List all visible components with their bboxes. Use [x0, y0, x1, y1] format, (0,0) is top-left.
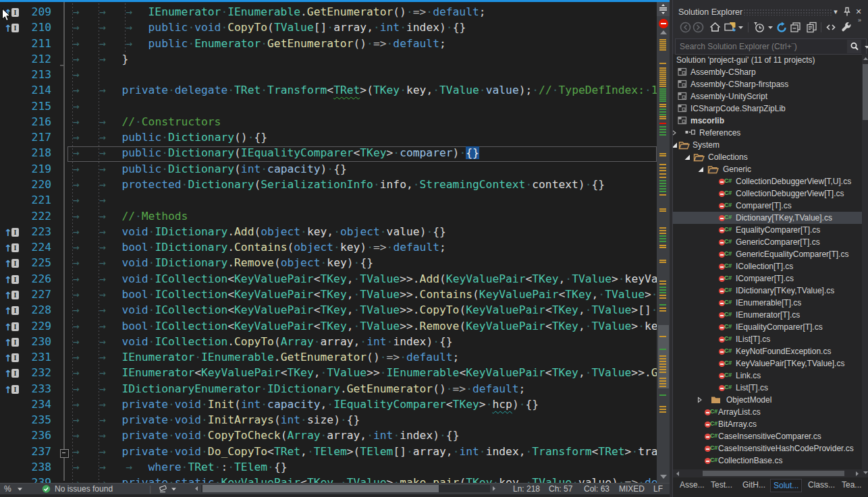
tree-item-mscorlib[interactable]: mscorlib	[673, 115, 862, 127]
tree-item-link-cs[interactable]: C#Link.cs	[673, 370, 862, 382]
code-line-220[interactable]: →→protected·Dictionary(SerializationInfo…	[67, 178, 605, 194]
tree-vertical-scrollbar[interactable]	[862, 54, 868, 477]
tree-item-references[interactable]: References	[673, 127, 862, 139]
code-line-215[interactable]: →	[67, 100, 95, 115]
tree-item-system[interactable]: System	[673, 139, 862, 151]
tree-item-equalitycomparer-t-cs[interactable]: C#EqualityComparer[T].cs	[673, 224, 862, 236]
code-line-221[interactable]: →→	[67, 194, 121, 209]
view-code-icon[interactable]	[825, 22, 837, 33]
tool-tab-tea[interactable]: Tea...	[839, 479, 864, 491]
code-line-222[interactable]: →→//·Methods	[67, 210, 188, 225]
tree-item-keyvaluepair-tkey-tvalue-cs[interactable]: C#KeyValuePair[TKey,TValue].cs	[673, 357, 862, 370]
tool-tab-asse[interactable]: Asse...	[677, 479, 707, 491]
tree-horizontal-scrollbar[interactable]	[673, 469, 862, 477]
scroll-down-arrow-icon[interactable]	[863, 470, 868, 475]
splitter-grip-icon[interactable]	[657, 2, 670, 16]
highlight-dropdown-icon[interactable]	[171, 484, 177, 494]
home-icon[interactable]	[709, 22, 721, 33]
code-line-230[interactable]: →→void·ICollection.CopyTo(Array·array,·i…	[67, 335, 453, 351]
tool-tab-solut[interactable]: Solut...	[770, 479, 802, 492]
code-line-228[interactable]: →→void·ICollection<KeyValuePair<TKey,·TV…	[67, 303, 657, 319]
code-line-219[interactable]: →→public·Dictionary(int·capacity)·{}	[67, 163, 347, 178]
tree-item-comparer-t-cs[interactable]: C#Comparer[T].cs	[673, 200, 862, 212]
code-viewport[interactable]: →→→IEnumerator·IEnumerable.GetEnumerator…	[67, 0, 657, 483]
tree-item-genericcomparer-t-cs[interactable]: C#GenericComparer[T].cs	[673, 236, 862, 248]
code-line-235[interactable]: →→private·void·InitArrays(int·size)·{}	[67, 413, 360, 429]
tree-item-bitarray-cs[interactable]: C#BitArray.cs	[673, 418, 862, 430]
pending-changes-filter-dropdown-icon[interactable]	[768, 26, 773, 30]
code-line-212[interactable]: →→}	[67, 53, 128, 68]
code-line-210[interactable]: →→→public·void·CopyTo(TValue[]·array,·in…	[67, 21, 466, 36]
search-box[interactable]: Search Solution Explorer (Ctrl+¨)	[675, 38, 867, 55]
tree-item-objectmodel[interactable]: ObjectModel	[673, 394, 862, 406]
scrollbar-thumb[interactable]	[202, 485, 439, 492]
code-line-231[interactable]: →→IEnumerator·IEnumerable.GetEnumerator(…	[67, 351, 459, 366]
refresh-icon[interactable]	[776, 22, 788, 34]
hscroll-left-arrow-icon[interactable]	[194, 484, 198, 493]
code-line-211[interactable]: →→→public·Enumerator·GetEnumerator()·=>·…	[67, 37, 446, 53]
code-line-218[interactable]: →→public·Dictionary(IEqualityComparer<TK…	[67, 146, 479, 162]
pin-icon[interactable]	[842, 5, 852, 18]
tree-item-assembly-unityscript[interactable]: Assembly-UnityScript	[673, 90, 862, 103]
editor-horizontal-scrollbar[interactable]	[201, 485, 490, 492]
scroll-left-arrow-icon[interactable]	[675, 471, 680, 477]
tree-item-icsharpcode-sharpziplib[interactable]: ICSharpCode.SharpZipLib	[673, 103, 862, 115]
tree-item-collectionbase-cs[interactable]: C#CollectionBase.cs	[673, 455, 862, 467]
hscroll-right-arrow-icon[interactable]	[492, 484, 496, 493]
highlight-tool-icon[interactable]	[158, 484, 169, 494]
switch-views-dropdown-icon[interactable]	[738, 26, 743, 30]
code-line-223[interactable]: →→void·IDictionary.Add(object·key,·objec…	[67, 225, 446, 241]
tree-item-ienumerable-t-cs[interactable]: C#IEnumerable[T].cs	[673, 297, 862, 309]
tree-item-dictionary-tkey-tvalue-cs[interactable]: C#Dictionary[TKey,TValue].cs	[673, 212, 862, 224]
zoom-dropdown-icon[interactable]	[18, 484, 23, 494]
tree-item-collectiondebuggerview-t-u-cs[interactable]: C#CollectionDebuggerView[T,U].cs	[673, 175, 862, 187]
code-line-213[interactable]: →	[67, 68, 95, 84]
outlining-margin[interactable]	[59, 0, 67, 483]
code-line-224[interactable]: →→bool·IDictionary.Contains(object·key)·…	[67, 241, 446, 256]
tree-item-collectiondebuggerview-t-cs[interactable]: C#CollectionDebuggerView[T].cs	[673, 187, 862, 200]
scroll-right-arrow-icon[interactable]	[855, 471, 860, 477]
tree-item-icomparer-t-cs[interactable]: C#IComparer[T].cs	[673, 272, 862, 285]
tree-item-ilist-t-cs[interactable]: C#IList[T].cs	[673, 333, 862, 345]
tree-item-keynotfoundexception-cs[interactable]: C#KeyNotFoundException.cs	[673, 345, 862, 357]
code-line-217[interactable]: →→public·Dictionary()·{}	[67, 131, 267, 146]
tree-item-arraylist-cs[interactable]: C#ArrayList.cs	[673, 406, 862, 418]
code-line-226[interactable]: →→void·ICollection<KeyValuePair<TKey,·TV…	[67, 272, 657, 288]
code-line-214[interactable]: →→private·delegate·TRet·Transform<TRet>(…	[67, 84, 657, 99]
window-position-menu-icon[interactable]: ▾	[831, 5, 840, 18]
pending-changes-filter-icon[interactable]	[753, 22, 765, 33]
code-line-236[interactable]: →→private·void·CopyToCheck(Array·array,·…	[67, 429, 459, 444]
scroll-down-arrow-icon[interactable]	[660, 475, 667, 479]
tool-tab-gith[interactable]: GitH...	[740, 479, 768, 491]
search-button[interactable]	[847, 40, 861, 53]
toolbar-overflow-icon[interactable]: »	[858, 17, 861, 24]
code-line-229[interactable]: →→bool·ICollection<KeyValuePair<TKey,·TV…	[67, 320, 657, 335]
scroll-up-arrow-icon[interactable]	[863, 56, 868, 61]
tree-item-list-t-cs[interactable]: C#List[T].cs	[673, 382, 862, 394]
properties-icon[interactable]	[840, 22, 852, 34]
tree-item-idictionary-tkey-tvalue-cs[interactable]: C#IDictionary[TKey,TValue].cs	[673, 285, 862, 297]
code-line-227[interactable]: →→bool·ICollection<KeyValuePair<TKey,·TV…	[67, 288, 657, 303]
tree-item-assembly-csharp-firstpass[interactable]: Assembly-CSharp-firstpass	[673, 78, 862, 90]
code-line-239[interactable]: →→private·static·KeyValuePair<TKey,·TVal…	[67, 476, 657, 483]
editor-vertical-scrollbar[interactable]	[657, 2, 670, 493]
code-line-234[interactable]: →→private·void·Init(int·capacity,·IEqual…	[67, 398, 539, 413]
search-options-chevron-icon[interactable]	[865, 45, 868, 49]
tree-item-caseinsensitivecomparer-cs[interactable]: C#CaseInsensitiveComparer.cs	[673, 430, 862, 442]
code-line-225[interactable]: →→void·IDictionary.Remove(object·key)·{}	[67, 256, 373, 272]
tree-item-iequalitycomparer-t-cs[interactable]: C#IEqualityComparer[T].cs	[673, 321, 862, 333]
preview-selected-items-icon[interactable]	[806, 22, 817, 33]
code-line-216[interactable]: →→//·Constructors	[67, 115, 221, 131]
switch-views-icon[interactable]	[724, 22, 738, 33]
close-icon[interactable]: ✕	[854, 5, 863, 18]
tree-item-assembly-csharp[interactable]: Assembly-CSharp	[673, 66, 862, 78]
code-line-238[interactable]: →→→where·TRet·:·TElem·{}	[67, 461, 287, 476]
code-line-232[interactable]: →→IEnumerator<KeyValuePair<TKey,·TValue>…	[67, 366, 657, 382]
collapse-all-icon[interactable]	[790, 22, 801, 33]
tool-tab-class[interactable]: Class...	[805, 479, 838, 491]
tree-item-caseinsensitivehashcodeprovider-cs[interactable]: C#CaseInsensitiveHashCodeProvider.cs	[673, 442, 862, 455]
tree-item-collections[interactable]: Collections	[673, 151, 862, 163]
zoom-level[interactable]: %	[4, 484, 11, 494]
code-line-233[interactable]: →→IDictionaryEnumerator·IDictionary.GetE…	[67, 382, 525, 398]
scroll-up-arrow-icon[interactable]	[660, 30, 667, 34]
